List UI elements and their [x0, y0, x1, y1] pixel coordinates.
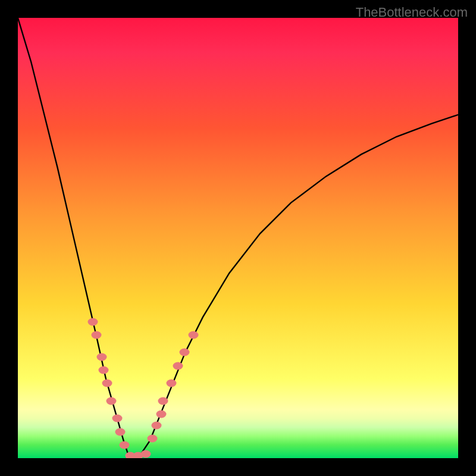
- data-marker: [91, 331, 101, 339]
- watermark-text: TheBottleneck.com: [356, 5, 468, 20]
- data-marker: [156, 411, 166, 418]
- data-marker: [115, 428, 126, 436]
- data-marker: [120, 441, 130, 449]
- data-marker: [112, 415, 122, 422]
- data-marker: [158, 397, 168, 405]
- data-marker: [147, 434, 157, 442]
- data-marker: [166, 380, 176, 387]
- data-marker: [99, 367, 109, 374]
- plot-area: [18, 18, 458, 458]
- data-marker: [140, 450, 151, 458]
- data-marker: [188, 331, 198, 339]
- data-marker: [96, 353, 107, 361]
- data-marker: [152, 421, 162, 429]
- curve-layer: [18, 18, 458, 458]
- data-marker: [179, 349, 189, 356]
- bottleneck-curve: [18, 18, 458, 458]
- data-marker: [173, 362, 183, 369]
- data-marker: [106, 397, 116, 405]
- data-marker: [102, 380, 112, 387]
- data-marker: [87, 318, 98, 325]
